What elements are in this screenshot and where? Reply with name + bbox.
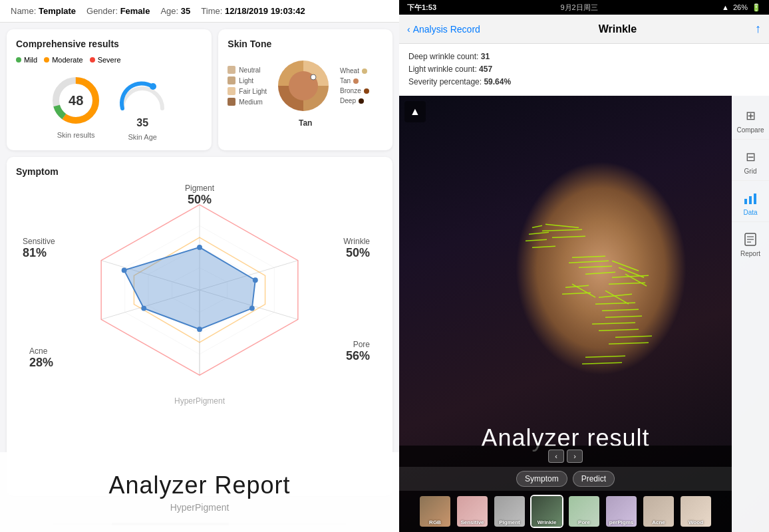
- svg-line-38: [592, 323, 635, 324]
- thumb-wood[interactable]: Wood: [679, 495, 712, 528]
- skin-age-value: 35: [136, 117, 148, 129]
- comp-charts: 48 Skin results: [16, 72, 202, 141]
- legend-severe: Severe: [90, 56, 121, 64]
- legend-moderate: Moderate: [44, 56, 82, 64]
- svg-rect-56: [744, 199, 747, 204]
- svg-marker-19: [124, 247, 255, 329]
- report-icon: [741, 230, 760, 249]
- skin-score-chart: 48 Skin results: [49, 74, 102, 139]
- data-icon: [741, 189, 760, 207]
- thumb-acne[interactable]: Acne: [642, 495, 675, 528]
- grid-button[interactable]: ⊟ Grid: [732, 142, 769, 181]
- svg-point-25: [122, 267, 127, 273]
- prev-arrow[interactable]: ‹: [548, 450, 564, 463]
- skin-tone-result: Tan: [228, 118, 383, 128]
- sensitive-label: Sensitive 81%: [23, 237, 55, 260]
- battery-icon: 🔋: [752, 3, 761, 12]
- symptom-card: Symptom: [7, 157, 392, 496]
- header-bar: Name: Template Gender: Female Age: 35 Ti…: [0, 0, 399, 23]
- light-swatch: [228, 76, 235, 84]
- moderate-dot: [44, 57, 49, 63]
- back-label: Analysis Record: [413, 24, 480, 35]
- symptom-tab[interactable]: Symptom: [516, 471, 567, 487]
- svg-point-20: [197, 245, 202, 250]
- skin-tone-card: Skin Tone Neutral Light: [218, 29, 392, 150]
- thumb-rgb[interactable]: RGB: [418, 495, 452, 528]
- gender-value: Female: [120, 6, 150, 16]
- skin-age-chart: 35 Skin Age: [116, 72, 169, 141]
- skin-age-label: Skin Age: [128, 133, 156, 141]
- comp-legend: Mild Moderate Severe: [16, 56, 202, 64]
- analysis-info: Deep wrinkle count: 31 Light wrinkle cou…: [399, 44, 769, 96]
- mild-label: Mild: [24, 56, 37, 64]
- severity-label: Severity percentage:: [408, 77, 482, 86]
- svg-point-3: [150, 83, 156, 90]
- status-time: 下午1:53: [407, 3, 436, 13]
- thumb-perpigms[interactable]: perPigms: [605, 495, 638, 528]
- label-wheat: Wheat: [340, 67, 369, 74]
- report-label: Report: [740, 250, 760, 257]
- svg-point-23: [197, 327, 202, 332]
- tone-labels: Wheat Tan Bronze Deep: [340, 67, 369, 104]
- label-bronze: Bronze: [340, 87, 369, 94]
- severity-row: Severity percentage: 59.64%: [408, 76, 760, 88]
- skin-score-value: 48: [69, 93, 83, 108]
- light-wrinkle-row: Light wrinkle count: 457: [408, 63, 760, 76]
- neutral-swatch: [228, 66, 235, 74]
- svg-line-37: [605, 316, 642, 317]
- svg-line-53: [612, 261, 639, 271]
- battery-percent: 26%: [733, 3, 748, 11]
- svg-line-50: [532, 246, 555, 247]
- left-content[interactable]: Comprehensive results Mild Moderate Seve…: [0, 23, 399, 523]
- swatch-medium: Medium: [228, 98, 267, 106]
- back-button[interactable]: ‹ Analysis Record: [407, 24, 480, 35]
- svg-line-30: [572, 256, 605, 257]
- severe-label: Severe: [98, 56, 121, 64]
- status-date: 9月2日周三: [560, 3, 597, 13]
- thumb-wrinkle[interactable]: Wrinkle: [530, 495, 563, 528]
- svg-line-46: [585, 356, 625, 357]
- svg-point-22: [249, 306, 255, 311]
- svg-line-47: [582, 362, 622, 364]
- age-value: 35: [181, 6, 190, 16]
- tone-swatches: Neutral Light Fair Light Medium: [228, 66, 267, 106]
- severe-dot: [90, 57, 95, 63]
- next-arrow[interactable]: ›: [567, 450, 583, 463]
- svg-line-29: [532, 225, 542, 227]
- time-value: 12/18/2019 19:03:42: [225, 6, 305, 16]
- skin-tone-title: Skin Tone: [228, 39, 383, 49]
- top-row: Comprehensive results Mild Moderate Seve…: [7, 29, 392, 150]
- nav-title: Wrinkle: [486, 23, 750, 35]
- report-button[interactable]: Report: [732, 225, 769, 263]
- skin-score-label: Skin results: [57, 131, 95, 139]
- thumb-sensitive[interactable]: Sensitive: [456, 495, 489, 528]
- svg-line-45: [609, 342, 649, 344]
- predict-tab[interactable]: Predict: [573, 471, 615, 487]
- share-icon[interactable]: ↑: [755, 22, 761, 36]
- svg-line-32: [579, 266, 612, 267]
- bottom-tabs: Symptom Predict: [399, 467, 732, 491]
- svg-point-6: [311, 74, 316, 80]
- wrinkle-label: Wrinkle 50%: [343, 237, 370, 260]
- symptom-title: Symptom: [16, 166, 383, 177]
- svg-line-28: [552, 236, 585, 237]
- gender-label: Gender: Female: [86, 6, 150, 16]
- medium-swatch: [228, 98, 235, 106]
- label-deep: Deep: [340, 97, 369, 104]
- svg-rect-57: [749, 196, 752, 204]
- svg-line-35: [595, 303, 635, 304]
- thumb-pore[interactable]: Pore: [567, 495, 601, 528]
- label-tan: Tan: [340, 77, 369, 84]
- deep-wrinkle-row: Deep wrinkle count: 31: [408, 51, 760, 63]
- swatch-fair-light: Fair Light: [228, 87, 267, 95]
- data-button[interactable]: Data: [732, 184, 769, 222]
- scroll-up-button[interactable]: ▲: [404, 101, 426, 122]
- radar-svg: [16, 184, 383, 396]
- svg-line-26: [545, 224, 579, 227]
- compare-icon: ⊞: [741, 106, 760, 125]
- svg-rect-58: [754, 194, 756, 204]
- left-overlay: Analyzer Report HyperPigment: [0, 452, 399, 532]
- thumb-pigment[interactable]: Pigment: [493, 495, 526, 528]
- compare-button[interactable]: ⊞ Compare: [732, 101, 769, 140]
- comprehensive-card: Comprehensive results Mild Moderate Seve…: [7, 29, 212, 150]
